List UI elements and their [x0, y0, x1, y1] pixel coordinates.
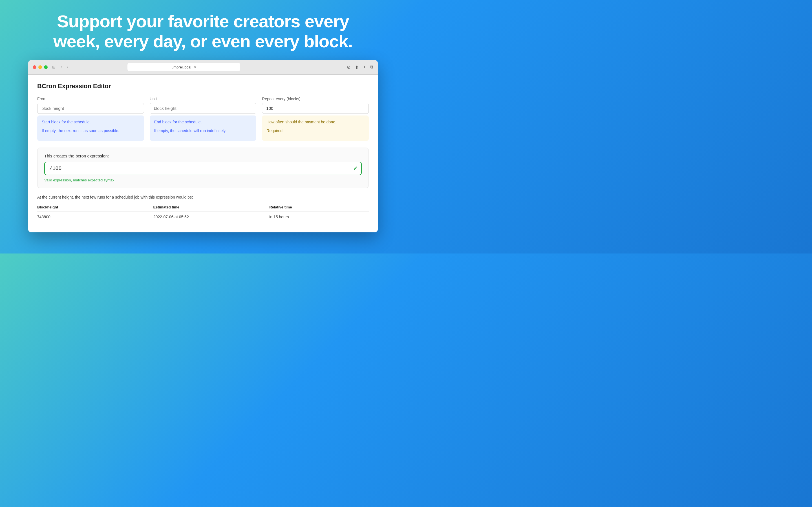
valid-expression-text: Valid expression, matches expected synta…	[44, 178, 362, 182]
hero-headline: Support your favorite creators every wee…	[20, 0, 386, 60]
until-hint-line1: End block for the schedule.	[154, 119, 252, 125]
browser-actions: ⊙ ⬆ + ⧉	[347, 64, 373, 70]
forward-button[interactable]: ›	[65, 63, 70, 71]
from-hint-line2: If empty, the next run is as soon as pos…	[42, 128, 140, 134]
minimize-button[interactable]	[38, 65, 42, 69]
from-input[interactable]	[37, 103, 144, 114]
refresh-icon[interactable]: ↻	[193, 65, 196, 69]
url-text: umbrel.local	[171, 65, 191, 69]
browser-nav: ‹ ›	[59, 63, 70, 71]
repeat-label: Repeat every (blocks)	[262, 97, 369, 101]
page-title: BCron Expression Editor	[37, 82, 369, 90]
col-relative-header: Relative time	[269, 203, 369, 212]
expected-syntax-link[interactable]: expected syntax	[88, 178, 114, 182]
until-input[interactable]	[150, 103, 257, 114]
download-icon[interactable]: ⊙	[347, 64, 350, 70]
from-field-group: From Start block for the schedule. If em…	[37, 97, 144, 141]
expression-input[interactable]	[44, 162, 362, 175]
close-button[interactable]	[33, 65, 36, 69]
sidebar-toggle-icon[interactable]: ⊞	[52, 65, 56, 69]
share-icon[interactable]: ⬆	[355, 64, 359, 70]
browser-content: BCron Expression Editor From Start block…	[28, 75, 378, 232]
maximize-button[interactable]	[44, 65, 48, 69]
valid-check-icon: ✓	[353, 165, 358, 172]
table-row: 743800 2022-07-06 at 05:52 in 15 hours	[37, 212, 369, 222]
back-button[interactable]: ‹	[59, 63, 64, 71]
form-grid: From Start block for the schedule. If em…	[37, 97, 369, 141]
col-blockheight-header: Blockheight	[37, 203, 153, 212]
from-label: From	[37, 97, 144, 101]
cell-relative: in 15 hours	[269, 212, 369, 222]
copy-icon[interactable]: ⧉	[370, 64, 373, 70]
repeat-field-group: Repeat every (blocks) How often should t…	[262, 97, 369, 141]
repeat-input[interactable]	[262, 103, 369, 114]
cell-blockheight: 743800	[37, 212, 153, 222]
until-hint-line2: If empty, the schedule will run indefini…	[154, 128, 252, 134]
until-hint-box: End block for the schedule. If empty, th…	[150, 115, 257, 141]
traffic-lights	[33, 65, 48, 69]
address-bar[interactable]: umbrel.local ↻	[128, 63, 240, 71]
runs-table: Blockheight Estimated time Relative time…	[37, 203, 369, 222]
browser-chrome: ⊞ ‹ › umbrel.local ↻ ⊙ ⬆ + ⧉	[28, 60, 378, 75]
until-label: Until	[150, 97, 257, 101]
until-field-group: Until End block for the schedule. If emp…	[150, 97, 257, 141]
repeat-hint-line2: Required.	[266, 128, 364, 134]
repeat-hint-box: How often should the payment be done. Re…	[262, 115, 369, 141]
from-hint-line1: Start block for the schedule.	[42, 119, 140, 125]
browser-window: ⊞ ‹ › umbrel.local ↻ ⊙ ⬆ + ⧉ BCron Expre…	[28, 60, 378, 232]
expression-input-wrapper: ✓	[44, 162, 362, 175]
expression-section: This creates the bcron expression: ✓ Val…	[37, 148, 369, 188]
next-runs-label: At the current height, the next few runs…	[37, 195, 369, 200]
repeat-hint-line1: How often should the payment be done.	[266, 119, 364, 125]
new-tab-icon[interactable]: +	[363, 64, 366, 70]
expression-label: This creates the bcron expression:	[44, 154, 362, 158]
from-hint-box: Start block for the schedule. If empty, …	[37, 115, 144, 141]
col-estimated-header: Estimated time	[153, 203, 269, 212]
cell-estimated: 2022-07-06 at 05:52	[153, 212, 269, 222]
